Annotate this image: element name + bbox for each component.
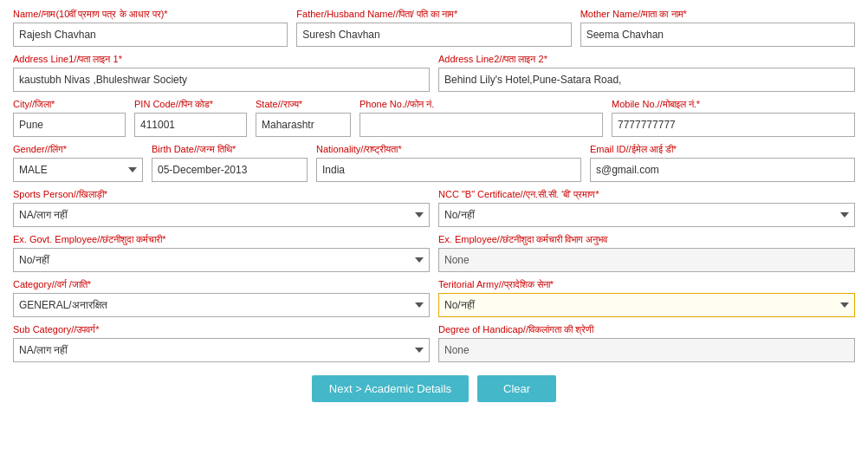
- row-location: City//जिला* PIN Code//पिन कोड* State//रा…: [13, 99, 855, 137]
- row-category-territorial: Category//वर्ग /जाति* GENERAL/अनारक्षित …: [13, 279, 855, 317]
- next-button[interactable]: Next > Academic Details: [312, 375, 469, 402]
- gender-group: Gender//लिंग* MALE FEMALE OTHER: [13, 144, 143, 182]
- sports-select[interactable]: NA/लाग नहीं Yes/हाँ: [13, 203, 430, 227]
- row-personal: Gender//लिंग* MALE FEMALE OTHER Birth Da…: [13, 144, 855, 182]
- mother-label: Mother Name//माता का नाम*: [580, 9, 855, 20]
- addr1-input[interactable]: [13, 68, 430, 92]
- father-label: Father/Husband Name//पिता/ पति का नाम*: [296, 9, 571, 20]
- name-label: Name//नाम(10वीं प्रमाण पत्र के आधार पर)*: [13, 9, 288, 20]
- pin-group: PIN Code//पिन कोड*: [134, 99, 247, 137]
- name-group: Name//नाम(10वीं प्रमाण पत्र के आधार पर)*: [13, 9, 288, 47]
- row-address: Address Line1//पता लाइन 1* Address Line2…: [13, 54, 855, 92]
- addr1-group: Address Line1//पता लाइन 1*: [13, 54, 430, 92]
- exgovt-label: Ex. Govt. Employee//छंटनीशुदा कर्मचारी*: [13, 234, 430, 245]
- name-input[interactable]: [13, 23, 288, 47]
- phone-label: Phone No.//फोन नं.: [360, 99, 603, 110]
- email-input[interactable]: [590, 158, 855, 182]
- ncc-group: NCC "B" Certificate//एन.सी.सी. 'बी' प्रम…: [438, 189, 855, 227]
- exgovt-select[interactable]: No/नहीं Yes/हाँ: [13, 248, 430, 272]
- row-exemp: Ex. Govt. Employee//छंटनीशुदा कर्मचारी* …: [13, 234, 855, 272]
- nationality-input[interactable]: [316, 158, 581, 182]
- dob-input[interactable]: [152, 158, 308, 182]
- addr2-group: Address Line2//पता लाइन 2*: [438, 54, 855, 92]
- mother-group: Mother Name//माता का नाम*: [580, 9, 855, 47]
- addr2-label: Address Line2//पता लाइन 2*: [438, 54, 855, 65]
- gender-label: Gender//लिंग*: [13, 144, 143, 155]
- ncc-label: NCC "B" Certificate//एन.सी.सी. 'बी' प्रम…: [438, 189, 855, 200]
- category-label: Category//वर्ग /जाति*: [13, 279, 430, 290]
- sports-label: Sports Person//खिलाड़ी*: [13, 189, 430, 200]
- territorial-select[interactable]: No/नहीं Yes/हाँ: [438, 293, 855, 317]
- gender-select[interactable]: MALE FEMALE OTHER: [13, 158, 143, 182]
- exemp-group: Ex. Employee//छंटनीशुदा कर्मचारी विभाग अ…: [438, 234, 855, 272]
- handicap-group: Degree of Handicap//विकलांगता की श्रेणी: [438, 324, 855, 362]
- dob-label: Birth Date//जन्म तिथि*: [152, 144, 308, 155]
- row-subcat-handicap: Sub Category//उपवर्ग* NA/लाग नहीं Yes/हा…: [13, 324, 855, 362]
- pin-label: PIN Code//पिन कोड*: [134, 99, 247, 110]
- pin-input[interactable]: [134, 113, 247, 137]
- clear-button[interactable]: Clear: [477, 375, 556, 402]
- mobile-group: Mobile No.//मोबाइल नं.*: [612, 99, 855, 137]
- territorial-group: Teritorial Army//प्रादेशिक सेना* No/नहीं…: [438, 279, 855, 317]
- row-names: Name//नाम(10वीं प्रमाण पत्र के आधार पर)*…: [13, 9, 855, 47]
- addr1-label: Address Line1//पता लाइन 1*: [13, 54, 430, 65]
- handicap-label: Degree of Handicap//विकलांगता की श्रेणी: [438, 324, 855, 335]
- category-select[interactable]: GENERAL/अनारक्षित OBC/अन्य पिछड़ा वर्ग S…: [13, 293, 430, 317]
- addr2-input[interactable]: [438, 68, 855, 92]
- phone-input[interactable]: [360, 113, 603, 137]
- mobile-label: Mobile No.//मोबाइल नं.*: [612, 99, 855, 110]
- exemp-input: [438, 248, 855, 272]
- city-group: City//जिला*: [13, 99, 126, 137]
- subcategory-label: Sub Category//उपवर्ग*: [13, 324, 430, 335]
- mobile-input[interactable]: [612, 113, 855, 137]
- sports-group: Sports Person//खिलाड़ी* NA/लाग नहीं Yes/…: [13, 189, 430, 227]
- nationality-label: Nationality//राष्ट्रीयता*: [316, 144, 581, 155]
- territorial-label: Teritorial Army//प्रादेशिक सेना*: [438, 279, 855, 290]
- subcategory-group: Sub Category//उपवर्ग* NA/लाग नहीं Yes/हा…: [13, 324, 430, 362]
- category-group: Category//वर्ग /जाति* GENERAL/अनारक्षित …: [13, 279, 430, 317]
- father-group: Father/Husband Name//पिता/ पति का नाम*: [296, 9, 571, 47]
- exgovt-group: Ex. Govt. Employee//छंटनीशुदा कर्मचारी* …: [13, 234, 430, 272]
- nationality-group: Nationality//राष्ट्रीयता*: [316, 144, 581, 182]
- state-input[interactable]: [256, 113, 351, 137]
- handicap-input: [438, 338, 855, 362]
- subcategory-select[interactable]: NA/लाग नहीं Yes/हाँ: [13, 338, 430, 362]
- email-group: Email ID//ईमेल आई डी*: [590, 144, 855, 182]
- father-input[interactable]: [296, 23, 571, 47]
- phone-group: Phone No.//फोन नं.: [360, 99, 603, 137]
- ncc-select[interactable]: No/नहीं Yes/हाँ: [438, 203, 855, 227]
- row-sports-ncc: Sports Person//खिलाड़ी* NA/लाग नहीं Yes/…: [13, 189, 855, 227]
- state-label: State//राज्य*: [256, 99, 351, 110]
- city-label: City//जिला*: [13, 99, 126, 110]
- state-group: State//राज्य*: [256, 99, 351, 137]
- email-label: Email ID//ईमेल आई डी*: [590, 144, 855, 155]
- city-input[interactable]: [13, 113, 126, 137]
- dob-group: Birth Date//जन्म तिथि*: [152, 144, 308, 182]
- mother-input[interactable]: [580, 23, 855, 47]
- form-container: Name//नाम(10वीं प्रमाण पत्र के आधार पर)*…: [13, 9, 855, 402]
- button-row: Next > Academic Details Clear: [13, 375, 855, 402]
- exemp-label: Ex. Employee//छंटनीशुदा कर्मचारी विभाग अ…: [438, 234, 855, 245]
